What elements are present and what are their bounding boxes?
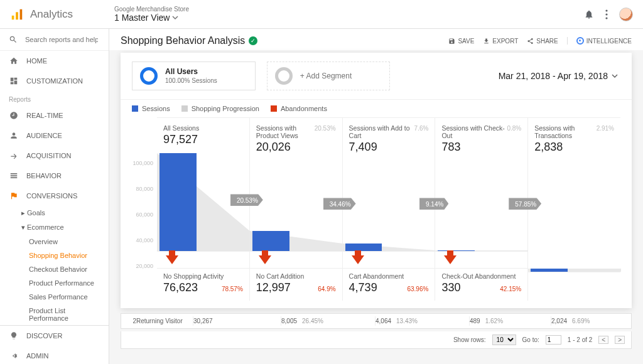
intelligence-icon xyxy=(576,37,584,45)
funnel-stage[interactable]: Sessions with Transactions2.91% 2,838 xyxy=(528,118,620,301)
add-segment-button[interactable]: + Add Segment xyxy=(267,62,390,90)
drop-pct: 78.57% xyxy=(222,286,243,292)
goto-input[interactable] xyxy=(546,335,561,345)
bulb-icon xyxy=(9,331,18,340)
rows-select[interactable]: 10 xyxy=(492,335,516,345)
funnel-chart: 100,000 80,000 60,000 40,000 20,000 All … xyxy=(121,117,632,306)
sidebar-search[interactable] xyxy=(0,29,109,51)
nav-home[interactable]: HOME xyxy=(0,51,109,71)
legend-swatch-abandon xyxy=(271,105,277,112)
nav-sales-performance[interactable]: Sales Performance xyxy=(0,290,109,304)
svg-point-4 xyxy=(605,13,607,15)
abandon-arrow-icon xyxy=(259,255,271,264)
avatar[interactable] xyxy=(619,8,633,21)
kebab-icon[interactable] xyxy=(605,9,608,19)
page-header: Shopping Behavior Analysis ✓ SAVE EXPORT… xyxy=(109,29,643,50)
page-title: Shopping Behavior Analysis xyxy=(121,35,245,46)
search-icon xyxy=(9,35,18,44)
pager: Show rows: 10 Go to: 1 - 2 of 2 < > xyxy=(121,331,632,349)
prev-page-button[interactable]: < xyxy=(598,336,608,344)
stage-pct: 20.53% xyxy=(315,125,336,132)
nav-behavior[interactable]: BEHAVIOR xyxy=(0,166,109,186)
nav-customization[interactable]: CUSTOMIZATION xyxy=(0,71,109,91)
chart-legend: Sessions Shopping Progression Abandonmen… xyxy=(121,100,632,117)
stage-pct: 0.8% xyxy=(507,125,521,132)
svg-point-5 xyxy=(605,17,607,19)
stage-label: Sessions with Product Views xyxy=(256,124,315,139)
next-page-button[interactable]: > xyxy=(615,336,625,344)
drop-pct: 63.96% xyxy=(407,286,428,292)
nav-realtime[interactable]: REAL-TIME xyxy=(0,105,109,126)
nav-overview[interactable]: Overview xyxy=(0,235,109,249)
sessions-bar xyxy=(345,244,382,251)
brand-text: Analytics xyxy=(30,8,73,21)
nav-goals[interactable]: ▸ Goals xyxy=(0,206,109,220)
chevron-down-icon xyxy=(172,14,178,21)
nav-ecommerce[interactable]: ▾ Ecommerce xyxy=(0,220,109,235)
bell-icon[interactable] xyxy=(584,9,594,19)
add-segment-label: + Add Segment xyxy=(300,72,352,80)
search-input[interactable] xyxy=(24,35,99,44)
account-picker[interactable]: Google Merchandise Store 1 Master View xyxy=(114,6,189,23)
person-icon xyxy=(9,131,18,140)
nav-acquisition[interactable]: ACQUISITION xyxy=(0,146,109,166)
legend-swatch-progression xyxy=(181,105,188,112)
abandon-arrow-icon xyxy=(166,255,178,264)
date-range-picker[interactable]: Mar 21, 2018 - Apr 19, 2018 xyxy=(499,71,620,81)
segment-sub: 100.00% Sessions xyxy=(165,77,217,84)
segment-circle-icon xyxy=(140,67,158,85)
funnel-stage[interactable]: Sessions with Check-Out0.8% 783 57.85% C… xyxy=(435,118,528,301)
save-button[interactable]: SAVE xyxy=(448,38,474,45)
nav-shopping-behavior[interactable]: Shopping Behavior xyxy=(0,249,109,262)
nav-discover[interactable]: DISCOVER xyxy=(0,326,109,346)
abandon-arrow-icon xyxy=(352,255,364,264)
nav-checkout-behavior[interactable]: Checkout Behavior xyxy=(0,262,109,276)
nav-admin[interactable]: ADMIN xyxy=(0,346,109,364)
nav-product-performance[interactable]: Product Performance xyxy=(0,276,109,290)
progression-arrow: 20.53% xyxy=(230,194,263,206)
export-button[interactable]: EXPORT xyxy=(483,38,518,45)
segment-all-users[interactable]: All Users 100.00% Sessions xyxy=(132,62,256,90)
content-area: Shopping Behavior Analysis ✓ SAVE EXPORT… xyxy=(109,29,643,364)
nav-product-list-performance[interactable]: Product List Performance xyxy=(0,304,109,325)
abandon-arrow-icon xyxy=(444,255,457,264)
progression-arrow: 9.14% xyxy=(419,198,448,210)
svg-point-3 xyxy=(605,9,607,11)
stage-value: 97,527 xyxy=(163,133,243,146)
drop-label: No Shopping Activity xyxy=(163,272,243,280)
drop-value: 4,739 xyxy=(349,281,377,294)
logo-area: Analytics xyxy=(10,8,109,21)
progression-arrow: 34.46% xyxy=(323,198,356,210)
home-icon xyxy=(9,56,18,65)
arrow-branch-icon xyxy=(9,151,18,160)
sessions-bar xyxy=(159,153,197,251)
funnel-stage[interactable]: Sessions with Add to Cart7.6% 7,409 9.14… xyxy=(343,118,436,301)
stage-label: Sessions with Add to Cart xyxy=(349,124,414,139)
nav-audience[interactable]: AUDIENCE xyxy=(0,126,109,146)
breakdown-table-row[interactable]: 2 Returning Visitor 30,267 8,00526.45% 4… xyxy=(121,313,632,329)
account-label: Google Merchandise Store xyxy=(114,6,189,13)
svg-rect-0 xyxy=(12,15,14,19)
y-axis: 100,000 80,000 60,000 40,000 20,000 xyxy=(132,117,157,301)
top-icons xyxy=(584,8,633,21)
stage-pct: 7.6% xyxy=(414,125,429,132)
sidebar: HOME CUSTOMIZATION Reports REAL-TIME AUD… xyxy=(0,29,109,364)
analytics-logo-icon xyxy=(10,8,24,21)
share-button[interactable]: SHARE xyxy=(527,38,558,45)
save-icon xyxy=(448,38,455,45)
stage-pct: 2.91% xyxy=(597,125,614,132)
drop-value: 76,623 xyxy=(163,281,198,294)
stage-label: Sessions with Transactions xyxy=(534,124,596,139)
intelligence-button[interactable]: INTELLIGENCE xyxy=(567,37,632,45)
stage-label: Sessions with Check-Out xyxy=(441,124,507,139)
nav-conversions[interactable]: CONVERSIONS xyxy=(0,186,109,206)
sessions-bar xyxy=(252,231,289,251)
funnel-stage[interactable]: Sessions with Product Views20.53% 20,026… xyxy=(250,118,343,301)
gear-icon xyxy=(9,351,18,360)
funnel-stage[interactable]: All Sessions 97,527 20.53% No Shopping A… xyxy=(157,118,250,301)
segment-add-circle-icon xyxy=(275,67,293,85)
flag-icon xyxy=(9,191,18,200)
stage-label: All Sessions xyxy=(163,124,199,132)
progression-arrow: 57.85% xyxy=(509,198,541,210)
stage-value: 2,838 xyxy=(534,141,614,154)
